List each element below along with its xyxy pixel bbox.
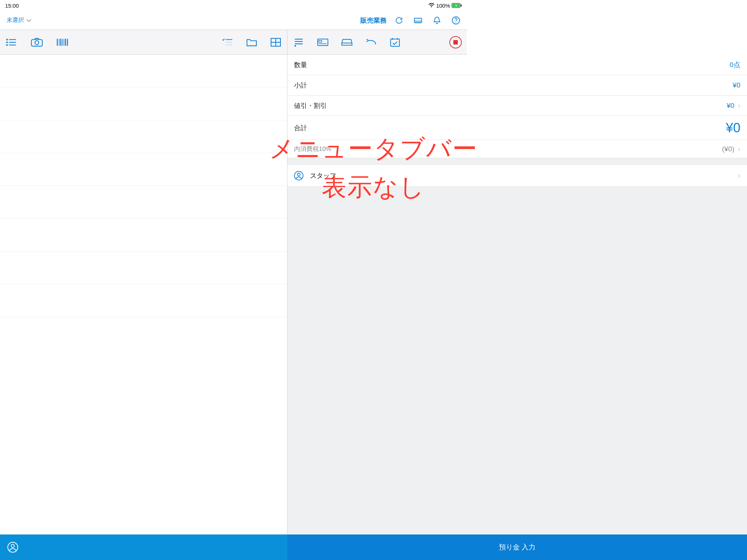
clock: 15:00 (5, 3, 19, 9)
refresh-icon[interactable] (395, 16, 403, 25)
toolbar (0, 30, 467, 55)
chevron-down-icon (26, 19, 31, 22)
camera-icon[interactable] (31, 37, 43, 48)
tax-label: 内消費税10% (294, 145, 331, 153)
barcode-icon[interactable] (56, 37, 69, 48)
wifi-icon (428, 3, 435, 8)
battery-percent: 100% (436, 3, 450, 9)
list-view-icon[interactable] (5, 37, 18, 48)
tax-row[interactable]: 内消費税10% (¥0) › (287, 140, 467, 158)
staff-icon (294, 171, 303, 180)
record-button[interactable] (449, 36, 462, 48)
drawer-icon[interactable] (414, 16, 422, 25)
svg-point-11 (7, 39, 8, 40)
item-list-pane (0, 55, 287, 350)
svg-rect-3 (414, 18, 422, 23)
grid-icon[interactable] (270, 37, 282, 48)
bell-icon[interactable] (433, 16, 441, 25)
svg-point-45 (297, 173, 300, 176)
discount-row[interactable]: 値引・割引 ¥0 › (287, 96, 467, 116)
add-line-icon[interactable] (293, 37, 305, 48)
svg-rect-38 (319, 40, 322, 42)
list-item (0, 284, 287, 317)
battery-icon (452, 3, 462, 8)
list-item (0, 219, 287, 252)
svg-point-18 (35, 40, 39, 44)
staff-label: スタッフ (310, 171, 336, 180)
svg-rect-41 (391, 39, 399, 46)
nav-actions (395, 16, 460, 25)
list-item (0, 252, 287, 284)
status-bar: 15:00 100% (0, 0, 467, 11)
folder-icon[interactable] (245, 37, 258, 48)
nav-bar: 未選択 販売業務 (0, 11, 467, 30)
register-selector-label: 未選択 (7, 16, 24, 24)
svg-point-13 (7, 44, 8, 46)
svg-point-12 (7, 42, 8, 43)
list-item (0, 55, 287, 88)
subtotal-label: 小計 (294, 81, 307, 90)
svg-point-10 (456, 22, 456, 23)
card-icon[interactable] (317, 37, 329, 48)
svg-rect-2 (461, 4, 461, 7)
section-gap (287, 158, 467, 165)
main-content: 数量 0点 小計 ¥0 値引・割引 ¥0 › 合計 ¥0 内消費税10% (0, 55, 467, 350)
staff-row[interactable]: スタッフ › (287, 165, 467, 187)
list-item (0, 88, 287, 120)
toolbar-right (287, 30, 467, 54)
discount-label: 値引・割引 (294, 101, 327, 110)
undo-icon[interactable] (365, 37, 377, 48)
list-item (0, 153, 287, 186)
total-label: 合計 (294, 124, 307, 132)
register-selector[interactable]: 未選択 (7, 16, 31, 24)
qty-row: 数量 0点 (287, 55, 467, 75)
toolbar-left (0, 30, 287, 54)
tray-icon[interactable] (341, 37, 353, 48)
summary-pane: 数量 0点 小計 ¥0 値引・割引 ¥0 › 合計 ¥0 内消費税10% (287, 55, 467, 350)
list-item (0, 186, 287, 219)
qty-label: 数量 (294, 61, 307, 69)
page-title: 販売業務 (360, 16, 387, 25)
calendar-check-icon[interactable] (389, 37, 401, 48)
help-icon[interactable] (452, 16, 460, 25)
total-row: 合計 ¥0 (287, 116, 467, 140)
subtotal-row: 小計 ¥0 (287, 75, 467, 96)
status-right: 100% (428, 3, 462, 9)
list-item (0, 120, 287, 153)
checklist-icon[interactable] (221, 37, 234, 48)
